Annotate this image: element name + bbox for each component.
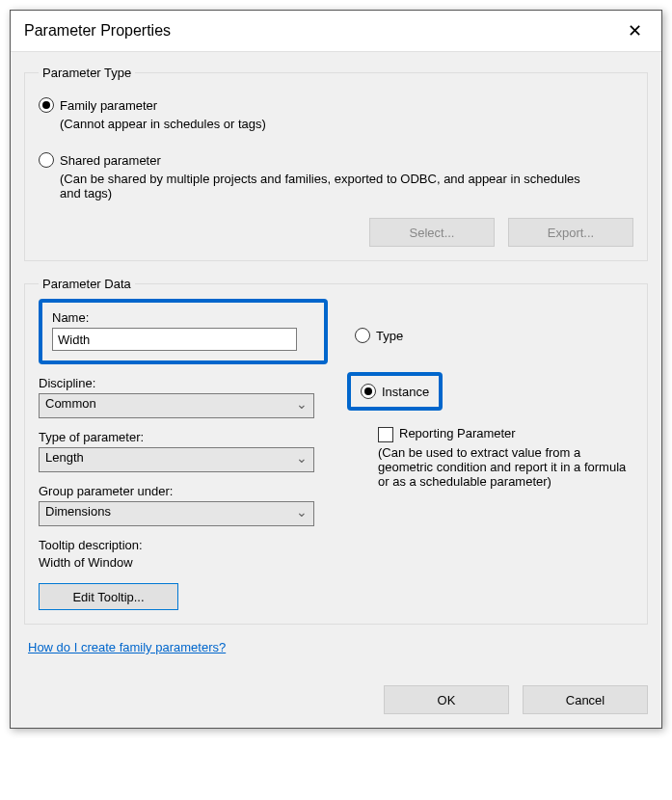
group-under-value: Dimensions [45, 504, 111, 519]
parameter-data-legend: Parameter Data [39, 277, 135, 291]
parameter-data-group: Parameter Data Name: Discipline: Common … [24, 277, 648, 625]
export-button[interactable]: Export... [508, 218, 633, 247]
select-button[interactable]: Select... [369, 218, 495, 247]
shared-parameter-radio-row[interactable]: Shared parameter [39, 152, 633, 168]
instance-radio-row[interactable]: Instance [361, 384, 429, 399]
reporting-parameter-checkbox[interactable] [378, 427, 393, 442]
instance-radio-label: Instance [382, 385, 429, 399]
shared-parameter-radio[interactable] [39, 152, 54, 168]
family-parameter-radio-row[interactable]: Family parameter [39, 97, 633, 113]
titlebar: Parameter Properties ✕ [11, 11, 661, 52]
tooltip-description-label: Tooltip description: [39, 538, 328, 552]
parameter-properties-dialog: Parameter Properties ✕ Parameter Type Fa… [10, 10, 662, 729]
name-label: Name: [52, 310, 314, 325]
dialog-content: Parameter Type Family parameter (Cannot … [11, 52, 661, 678]
dialog-title: Parameter Properties [24, 22, 171, 40]
type-radio[interactable] [355, 328, 370, 343]
discipline-label: Discipline: [39, 376, 328, 390]
parameter-data-right: Type Instance Reporting Parameter (Can b… [347, 301, 633, 610]
type-radio-label: Type [376, 329, 403, 343]
family-parameter-desc: (Cannot appear in schedules or tags) [60, 117, 633, 131]
edit-tooltip-button[interactable]: Edit Tooltip... [39, 583, 178, 610]
close-icon[interactable]: ✕ [622, 20, 648, 41]
instance-radio[interactable] [361, 384, 376, 399]
reporting-parameter-row[interactable]: Reporting Parameter [378, 426, 633, 442]
discipline-value: Common [45, 396, 96, 411]
type-of-parameter-value: Length [45, 450, 84, 465]
family-parameter-label: Family parameter [60, 98, 157, 113]
parameter-data-left: Name: Discipline: Common Type of paramet… [39, 301, 328, 610]
instance-highlight: Instance [347, 372, 443, 411]
shared-parameter-label: Shared parameter [60, 153, 161, 168]
name-highlight: Name: [39, 299, 328, 364]
group-under-label: Group parameter under: [39, 484, 328, 498]
dialog-button-row: OK Cancel [11, 678, 661, 728]
parameter-type-group: Parameter Type Family parameter (Cannot … [24, 66, 648, 261]
tooltip-description-value: Width of Window [39, 555, 328, 570]
type-of-parameter-label: Type of parameter: [39, 430, 328, 444]
parameter-type-legend: Parameter Type [39, 66, 135, 80]
shared-parameter-desc: (Can be shared by multiple projects and … [60, 172, 600, 200]
help-link[interactable]: How do I create family parameters? [28, 640, 226, 654]
discipline-select[interactable]: Common [39, 393, 314, 418]
type-radio-row[interactable]: Type [355, 328, 633, 343]
ok-button[interactable]: OK [384, 685, 509, 714]
reporting-parameter-label: Reporting Parameter [399, 426, 516, 440]
name-input[interactable] [52, 328, 297, 351]
family-parameter-radio[interactable] [39, 97, 54, 113]
type-of-parameter-select[interactable]: Length [39, 447, 314, 472]
cancel-button[interactable]: Cancel [523, 685, 648, 714]
group-under-select[interactable]: Dimensions [39, 501, 314, 526]
parameter-data-columns: Name: Discipline: Common Type of paramet… [39, 301, 633, 610]
reporting-parameter-desc: (Can be used to extract value from a geo… [378, 445, 633, 489]
parameter-type-buttons: Select... Export... [39, 218, 633, 247]
